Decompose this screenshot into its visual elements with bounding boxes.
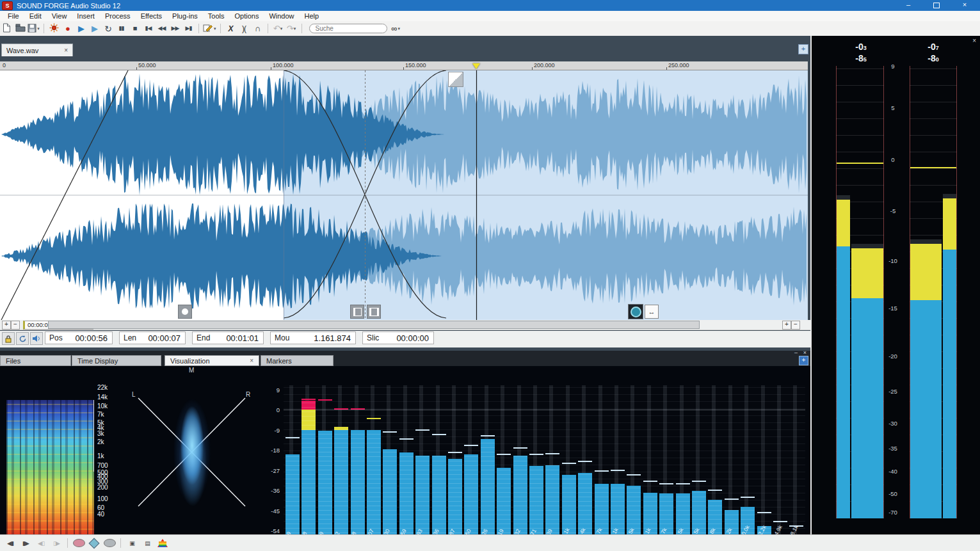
waveform-editor[interactable]: ↔ <box>0 70 808 320</box>
event-erase-tool-button[interactable] <box>72 538 85 549</box>
menu-plugins[interactable]: Plug-ins <box>167 12 203 20</box>
status-field-pos[interactable]: Pos00:00:56 <box>45 331 113 344</box>
spectrum-ytick: 9 <box>261 387 280 394</box>
fade-out-handle-button[interactable] <box>350 305 364 319</box>
menu-file[interactable]: File <box>3 12 24 20</box>
menu-insert[interactable]: Insert <box>72 12 100 20</box>
event-mute-tool-button[interactable] <box>103 538 116 549</box>
menu-edit[interactable]: Edit <box>24 12 47 20</box>
menu-process[interactable]: Process <box>100 12 136 20</box>
save-file-button[interactable]: ▾ <box>28 22 40 35</box>
region-out-marker-button[interactable]: ▮▶ <box>19 538 32 549</box>
open-file-button[interactable] <box>14 22 26 35</box>
sustain-marker-button[interactable] <box>178 305 192 319</box>
spectrum-peak-dash <box>643 481 657 482</box>
meter-bar <box>943 66 956 518</box>
zoom-in-button[interactable]: + <box>782 321 791 330</box>
status-field-slic[interactable]: Slic00:00:00 <box>362 331 434 344</box>
status-field-mou[interactable]: Mou1.161.874 <box>270 331 356 344</box>
snap-button[interactable] <box>16 332 29 345</box>
dock-tab-close-icon[interactable]: × <box>250 357 253 364</box>
loop-in-marker-button[interactable]: ◀▯ <box>35 538 47 549</box>
undo-button[interactable]: ↶▾ <box>272 22 284 35</box>
fade-in-handle-button[interactable] <box>367 305 381 319</box>
region-in-marker-button[interactable]: ◀▮ <box>4 538 17 549</box>
status-field-end[interactable]: End00:01:01 <box>192 331 264 344</box>
meter-bar-blue <box>943 250 956 518</box>
record-button[interactable]: ● <box>61 22 74 35</box>
zoom-window-button[interactable]: ▤ <box>141 538 154 549</box>
spectrogram-freq-label: 200 <box>97 484 108 491</box>
spectrum-analyzer: 90-9-18-27-36-45-54394859728810713015919… <box>284 385 805 542</box>
new-file-button[interactable] <box>1 22 13 35</box>
timeline-ruler[interactable]: 050.000100.000150.000200.000250.000 <box>0 61 808 70</box>
region-in-marker-icon: ◀▮ <box>7 540 13 547</box>
stop-button[interactable]: ■ <box>129 22 141 35</box>
new-view-button[interactable]: + <box>798 44 808 54</box>
crossfade-tool-button[interactable]: X <box>225 22 237 35</box>
play-button[interactable]: ▶ <box>88 22 100 35</box>
stretch-handle-button[interactable]: ↔ <box>645 305 659 319</box>
pause-button[interactable]: ▮▮ <box>115 22 127 35</box>
horizontal-scrollbar-thumb[interactable] <box>48 321 700 329</box>
spectrum-ytick: -45 <box>261 507 280 515</box>
cut-tool-button[interactable]: )( <box>238 22 250 35</box>
find-button[interactable]: ∞▾ <box>390 22 402 35</box>
spectrum-bar-led-overlay <box>367 430 381 542</box>
menu-view[interactable]: View <box>47 12 72 20</box>
go-to-end-button[interactable]: ▶▮ <box>182 22 195 35</box>
fast-forward-button[interactable]: ▶▶ <box>169 22 181 35</box>
dropdown-arrow-icon[interactable]: ▾ <box>398 26 400 31</box>
menu-options[interactable]: Options <box>230 12 264 20</box>
dock-tab-files[interactable]: Files <box>0 355 71 366</box>
dropdown-arrow-icon[interactable]: ▾ <box>37 26 40 31</box>
loop-out-marker-button[interactable]: ▯▶ <box>50 538 63 549</box>
lock-button[interactable] <box>2 332 15 345</box>
redo-button[interactable]: ↷▾ <box>285 22 298 35</box>
loop-out-marker-icon: ▯▶ <box>53 540 60 547</box>
vectorscope-display: M L R <box>118 367 269 534</box>
event-envelope-tool-button[interactable] <box>88 538 100 549</box>
zoom-out-small-button[interactable]: − <box>11 321 20 330</box>
dropdown-arrow-icon[interactable]: ▾ <box>280 26 283 31</box>
dock-tab-markers[interactable]: Markers <box>261 355 333 366</box>
status-field-len[interactable]: Len00:00:07 <box>119 331 186 344</box>
spectrum-bar <box>318 385 332 542</box>
edit-tool-button[interactable]: ▾ <box>203 22 216 35</box>
app-logo-icon: S <box>2 1 13 10</box>
close-button[interactable]: × <box>951 0 979 11</box>
menu-help[interactable]: Help <box>300 12 325 20</box>
loop-playback-button[interactable]: ↻ <box>102 22 114 35</box>
minimize-button[interactable]: – <box>894 0 922 11</box>
spectrum-colors-button[interactable] <box>156 538 169 549</box>
menu-effects[interactable]: Effects <box>136 12 167 20</box>
zoom-in-small-button[interactable]: + <box>2 321 11 330</box>
trim-tool-button[interactable]: ∩ <box>252 22 264 35</box>
spectrum-peak-dash <box>611 470 625 471</box>
record-options-button[interactable] <box>48 22 60 35</box>
zoom-out-button[interactable]: − <box>791 321 800 330</box>
menu-tools[interactable]: Tools <box>203 12 230 20</box>
restore-button[interactable] <box>922 0 951 11</box>
play-all-button[interactable]: ▶ <box>75 22 87 35</box>
dock-window-button[interactable]: + <box>799 356 808 365</box>
spectrum-bar-led-overlay <box>318 431 332 542</box>
waveform-canvas[interactable] <box>0 70 808 320</box>
menu-window[interactable]: Window <box>264 12 299 20</box>
meter-db-main: -8 <box>928 53 935 63</box>
envelope-handle-icon[interactable] <box>448 72 463 87</box>
go-to-start-button[interactable]: ▮◀ <box>142 22 154 35</box>
search-input[interactable] <box>309 24 387 33</box>
rewind-button[interactable]: ◀◀ <box>156 22 168 35</box>
meter-close-button[interactable]: × <box>972 37 976 44</box>
audio-preview-button[interactable] <box>30 332 43 345</box>
dropdown-arrow-icon[interactable]: ▾ <box>294 26 296 31</box>
zoom-selection-button[interactable]: ▣ <box>125 538 138 549</box>
dock-tab-visualization[interactable]: Visualization× <box>165 355 259 366</box>
dock-tab-time-display[interactable]: Time Display <box>72 355 161 366</box>
document-tab-close-icon[interactable]: × <box>64 47 68 54</box>
playhead-marker-icon[interactable] <box>472 63 480 69</box>
dropdown-arrow-icon[interactable]: ▾ <box>214 26 216 31</box>
document-tab[interactable]: Wave.wav × <box>1 44 73 56</box>
active-sustain-marker-button[interactable] <box>628 304 643 319</box>
